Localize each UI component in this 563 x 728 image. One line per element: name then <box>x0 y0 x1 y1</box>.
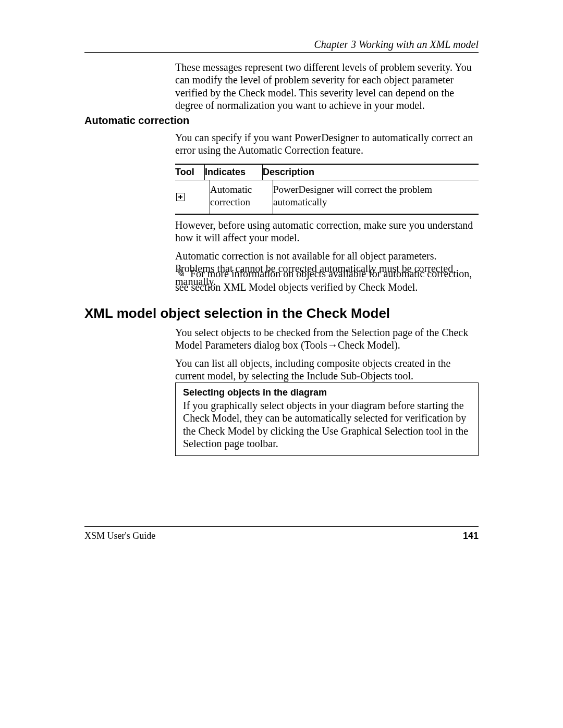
footer-page-number: 141 <box>463 530 479 541</box>
intro-paragraph: These messages represent two different l… <box>175 61 479 112</box>
description-cell: PowerDesigner will correct the problem a… <box>273 180 479 214</box>
note-title: Selecting objects in the diagram <box>183 387 471 398</box>
cross-reference-text: For more information on objects availabl… <box>175 268 472 293</box>
header-rule <box>84 52 479 53</box>
section-heading-automatic-correction: Automatic correction <box>84 115 189 127</box>
auto-p1: You can specify if you want PowerDesigne… <box>175 131 479 157</box>
footer-rule <box>84 526 479 527</box>
intro-block: These messages represent two different l… <box>175 61 479 117</box>
th-tool: Tool <box>175 165 204 180</box>
page: Chapter 3 Working with an XML model Thes… <box>0 0 563 728</box>
xml-selection-body: You select objects to be checked from th… <box>175 326 479 388</box>
auto-correction-intro: You can specify if you want PowerDesigne… <box>175 131 479 162</box>
xml-p1: You select objects to be checked from th… <box>175 326 479 352</box>
section-heading-xml-selection: XML model object selection in the Check … <box>84 305 390 322</box>
tool-table: Tool Indicates Description Automatic cor… <box>175 164 479 215</box>
tool-cell <box>175 180 210 209</box>
auto-p2: However, before using automatic correcti… <box>175 219 479 244</box>
th-indicates: Indicates <box>204 165 262 180</box>
plus-box-icon <box>176 193 185 201</box>
cross-reference: ✎ For more information on objects availa… <box>175 267 479 293</box>
note-box: Selecting objects in the diagram If you … <box>175 382 479 456</box>
footer-book-title: XSM User's Guide <box>84 530 155 541</box>
indicates-cell: Automatic correction <box>210 180 273 214</box>
pencil-icon: ✎ <box>175 267 185 280</box>
table-row: Automatic correction PowerDesigner will … <box>175 180 479 214</box>
th-description: Description <box>262 165 479 180</box>
table-end-rule <box>175 214 479 215</box>
xml-p2: You can list all objects, including comp… <box>175 357 479 382</box>
running-header: Chapter 3 Working with an XML model <box>314 39 479 51</box>
note-text: If you graphically select objects in you… <box>183 399 471 450</box>
